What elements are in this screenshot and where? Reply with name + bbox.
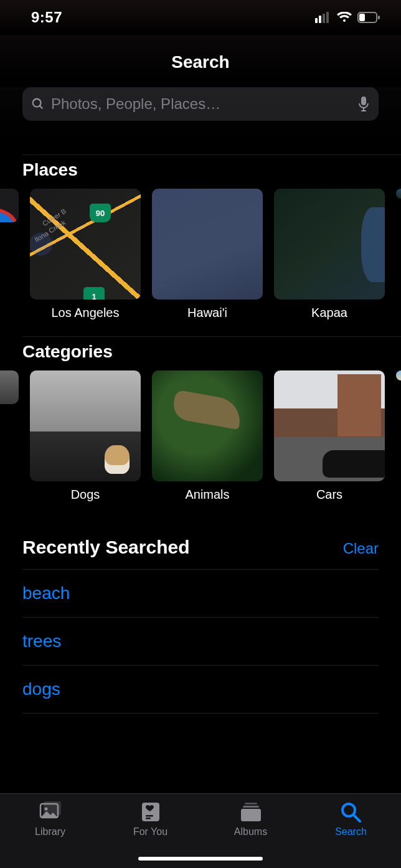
search-tab-icon	[339, 801, 364, 823]
map-thumbnail: Culver B Ilona Creek 90 1	[30, 189, 141, 300]
svg-rect-0	[315, 18, 318, 23]
tab-label: Albums	[234, 826, 267, 837]
place-label: Hawai'i	[152, 300, 263, 320]
svg-rect-20	[241, 809, 261, 821]
clear-button[interactable]: Clear	[343, 540, 379, 557]
photo-thumbnail	[274, 370, 385, 481]
recent-section: Recently Searched Clear beach trees dogs	[0, 518, 401, 714]
category-label: Animals	[152, 481, 263, 502]
tab-label: Search	[335, 826, 367, 837]
search-container	[0, 87, 401, 137]
svg-rect-6	[378, 16, 380, 19]
tab-bar: Library For You Albums Search	[0, 793, 401, 868]
place-label: Kapaa	[274, 300, 385, 320]
svg-rect-3	[326, 12, 329, 23]
map-thumbnail	[0, 189, 19, 222]
svg-rect-16	[146, 815, 153, 817]
status-icons	[315, 12, 380, 23]
status-time: 9:57	[31, 9, 62, 26]
route-shield-icon: 1	[83, 287, 105, 300]
category-card-peek[interactable]	[0, 370, 19, 502]
category-card-cars[interactable]: Cars	[274, 370, 385, 502]
svg-rect-19	[243, 806, 259, 808]
category-card-animals[interactable]: Animals	[152, 370, 263, 502]
wifi-icon	[336, 12, 352, 23]
cellular-icon	[315, 12, 331, 23]
category-label: Dogs	[30, 481, 141, 502]
search-icon	[31, 97, 45, 111]
search-input[interactable]	[51, 95, 357, 113]
places-section: Places Culver B Ilona Creek 90 1 Los Ang…	[0, 155, 401, 336]
place-card-los-angeles[interactable]: Culver B Ilona Creek 90 1 Los Angeles	[30, 189, 141, 320]
map-thumbnail	[396, 189, 401, 199]
category-label: Cars	[274, 481, 385, 502]
svg-rect-18	[245, 803, 257, 804]
photo-thumbnail	[30, 370, 141, 481]
tab-library[interactable]: Library	[0, 801, 100, 837]
albums-icon	[238, 801, 263, 823]
category-card-peek[interactable]	[396, 370, 401, 502]
battery-icon	[357, 12, 380, 23]
place-label: Los Angeles	[30, 300, 141, 320]
map-thumbnail	[152, 189, 263, 300]
places-scroller[interactable]: Culver B Ilona Creek 90 1 Los Angeles Ha…	[0, 189, 401, 336]
library-icon	[38, 801, 63, 823]
status-bar: 9:57	[0, 0, 401, 35]
category-card-dogs[interactable]: Dogs	[30, 370, 141, 502]
svg-line-22	[354, 815, 360, 821]
recent-item-trees[interactable]: trees	[22, 617, 379, 665]
svg-line-8	[40, 106, 43, 109]
tab-albums[interactable]: Albums	[200, 801, 301, 837]
route-shield-icon: 90	[90, 204, 111, 222]
page-header: Search	[0, 35, 401, 87]
categories-scroller[interactable]: Dogs Animals Cars	[0, 370, 401, 518]
recent-item-beach[interactable]: beach	[22, 569, 379, 617]
categories-section: Categories Dogs Animals Cars	[0, 337, 401, 518]
place-card-kapaa[interactable]: Kapaa	[274, 189, 385, 320]
place-card-peek[interactable]	[0, 189, 19, 320]
tab-label: Library	[35, 826, 65, 837]
svg-rect-9	[361, 97, 366, 105]
microphone-icon[interactable]	[357, 96, 370, 112]
for-you-icon	[138, 801, 163, 823]
tab-for-you[interactable]: For You	[100, 801, 200, 837]
photo-thumbnail	[396, 370, 401, 380]
recent-item-dogs[interactable]: dogs	[22, 665, 379, 713]
svg-rect-17	[146, 818, 151, 819]
svg-rect-1	[319, 16, 321, 23]
photo-thumbnail	[0, 370, 19, 404]
tab-label: For You	[133, 826, 167, 837]
place-card-peek[interactable]	[396, 189, 401, 320]
search-field[interactable]	[22, 87, 379, 121]
tab-search[interactable]: Search	[301, 801, 401, 837]
svg-rect-2	[323, 14, 325, 23]
page-title: Search	[0, 52, 401, 72]
place-card-hawaii[interactable]: Hawai'i	[152, 189, 263, 320]
photo-thumbnail	[152, 370, 263, 481]
svg-point-14	[44, 808, 47, 811]
recent-title: Recently Searched	[22, 537, 189, 558]
categories-title: Categories	[0, 342, 401, 370]
places-title: Places	[0, 160, 401, 189]
svg-point-7	[33, 99, 41, 107]
svg-rect-5	[359, 14, 365, 21]
home-indicator[interactable]	[138, 857, 263, 861]
map-thumbnail	[274, 189, 385, 300]
